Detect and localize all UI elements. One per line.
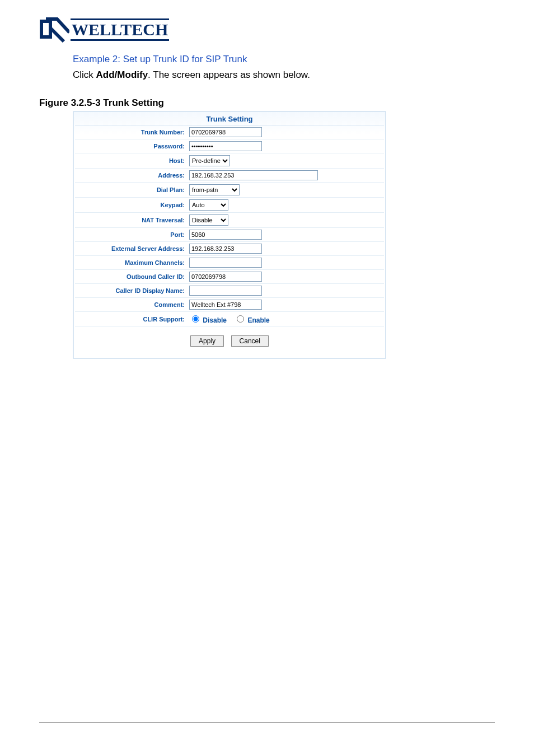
address-input[interactable]	[189, 170, 318, 180]
desc-prefix: Click	[73, 69, 96, 80]
label-host: Host:	[75, 153, 187, 169]
clir-disable-radio[interactable]	[192, 315, 199, 323]
label-clir: CLIR Support:	[75, 312, 187, 326]
trunk-number-input[interactable]	[189, 127, 262, 137]
clir-enable-radio[interactable]	[237, 315, 244, 323]
label-trunk-number: Trunk Number:	[75, 125, 187, 139]
host-select[interactable]: Pre-define	[189, 155, 230, 166]
label-comment: Comment:	[75, 298, 187, 312]
dial-plan-select[interactable]: from-pstn	[189, 184, 240, 195]
apply-button[interactable]: Apply	[190, 335, 224, 347]
label-keypad: Keypad:	[75, 198, 187, 213]
label-dial-plan: Dial Plan:	[75, 183, 187, 198]
ext-server-input[interactable]	[189, 244, 262, 254]
comment-input[interactable]	[189, 300, 262, 310]
logo-text: WELLTECH	[71, 18, 169, 41]
caller-display-input[interactable]	[189, 286, 262, 296]
trunk-setting-panel: Trunk Setting Trunk Number: Password: Ho…	[73, 111, 386, 359]
example-title: Example 2: Set up Trunk ID for SIP Trunk	[73, 54, 495, 65]
logo: WELLTECH	[39, 17, 495, 43]
label-caller-display: Caller ID Display Name:	[75, 284, 187, 298]
clir-enable-label: Enable	[247, 316, 269, 324]
clir-enable-option[interactable]: Enable	[234, 316, 270, 324]
clir-disable-label: Disable	[203, 316, 227, 324]
max-channels-input[interactable]	[189, 258, 262, 268]
desc-bold: Add/Modify	[96, 69, 148, 80]
clir-disable-option[interactable]: Disable	[189, 316, 227, 324]
panel-header: Trunk Setting	[75, 113, 384, 125]
password-input[interactable]	[189, 141, 262, 151]
label-outbound-caller: Outbound Caller ID:	[75, 270, 187, 284]
label-address: Address:	[75, 169, 187, 183]
footer-rule	[39, 722, 495, 722]
label-password: Password:	[75, 139, 187, 153]
nat-traversal-select[interactable]: Disable	[189, 214, 228, 226]
logo-mark-icon	[39, 17, 69, 43]
label-nat-traversal: NAT Traversal:	[75, 213, 187, 228]
port-input[interactable]	[189, 230, 262, 240]
description-line: Click Add/Modify. The screen appears as …	[73, 69, 495, 81]
label-ext-server: External Server Address:	[75, 242, 187, 256]
trunk-setting-table: Trunk Setting Trunk Number: Password: Ho…	[75, 113, 384, 326]
label-max-channels: Maximum Channels:	[75, 256, 187, 270]
desc-suffix: . The screen appears as shown below.	[148, 69, 310, 80]
outbound-caller-input[interactable]	[189, 272, 262, 282]
keypad-select[interactable]: Auto	[189, 199, 228, 211]
cancel-button[interactable]: Cancel	[231, 335, 269, 347]
label-port: Port:	[75, 228, 187, 242]
figure-caption: Figure 3.2.5-3 Trunk Setting	[39, 97, 495, 109]
button-row: Apply Cancel	[75, 326, 384, 347]
